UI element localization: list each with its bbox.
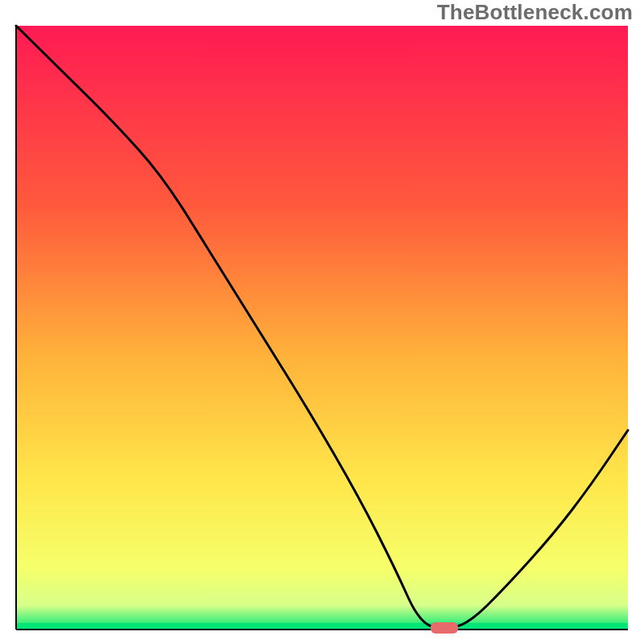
watermark-text: TheBottleneck.com (437, 0, 633, 25)
bottleneck-chart (0, 0, 644, 644)
chart-root: TheBottleneck.com (0, 0, 644, 644)
baseline-band (16, 623, 628, 630)
optimal-marker (431, 622, 458, 634)
